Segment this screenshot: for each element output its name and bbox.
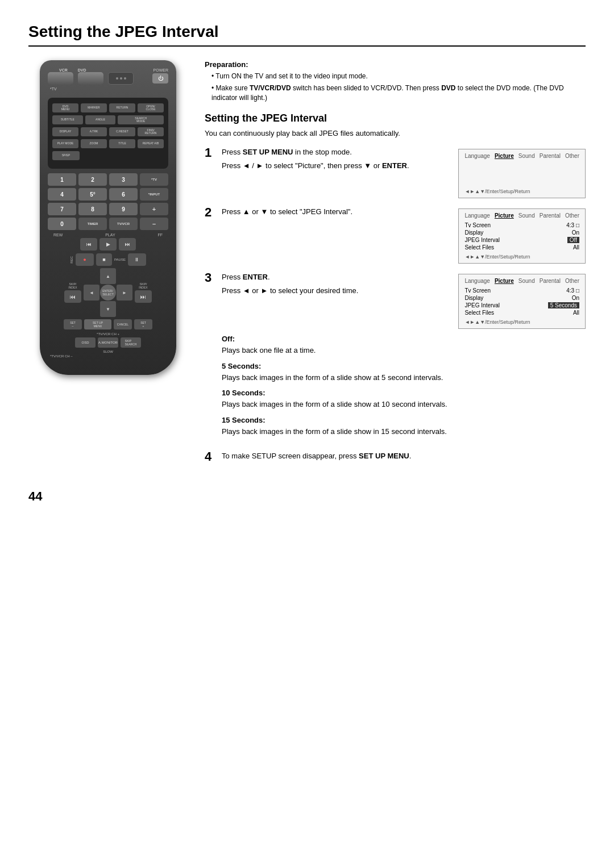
zoom-btn: ZOOM	[81, 139, 107, 148]
osd-row-jpeg-2: JPEG IntervalOff	[464, 237, 579, 243]
input-btn: *INPUT	[140, 188, 168, 201]
dpad-up: ▲	[100, 268, 116, 284]
osd-tabs-2: Language Picture Sound Parental Other	[464, 212, 579, 219]
step-3-text1: Press ENTER.	[222, 272, 449, 283]
osd-tabs-3: Language Picture Sound Parental Other	[464, 278, 579, 284]
remote-vcr-dvd-labels: VCR DVD	[48, 68, 134, 72]
skip-search-btn: SKIPSEARCH	[121, 337, 141, 348]
vcr-btn	[48, 72, 73, 85]
num-5: 5°	[78, 188, 107, 201]
step-4-content: To make SETUP screen disappear, press SE…	[222, 450, 586, 464]
title-btn: TITLE	[109, 139, 135, 148]
stop-btn: ■	[96, 253, 112, 266]
step-3-content: Press ENTER. Press ◄ or ► to select your…	[222, 272, 586, 443]
timer-btn: TIMER	[78, 218, 107, 230]
instructions-area: Preparation: Turn ON the TV and set it t…	[205, 60, 586, 472]
tv-vcr-ch-label: *TV/VCR CH +	[48, 332, 168, 336]
skip-left-btn: ⏮	[64, 290, 81, 303]
find-return-btn: FIND/RETURN	[138, 127, 164, 136]
left-skip-area: SKIP/INDEX ⏮	[64, 282, 81, 303]
power-label: POWER	[152, 68, 168, 72]
osd-row-tv-screen-3: Tv Screen4:3 □	[464, 287, 579, 294]
prep-item-2: Make sure TV/VCR/DVD switch has been sli…	[211, 84, 586, 103]
dvd-menu-btn: DVDMENU	[52, 103, 78, 112]
step-3-text2: Press ◄ or ► to select your desired time…	[222, 285, 449, 297]
prep-title: Preparation:	[205, 60, 586, 69]
page-number: 44	[28, 489, 586, 504]
remote: VCR DVD *TV POWER ⏻	[40, 60, 176, 375]
remote-button-area: DVDMENU MARKER RETURN OPEN/CLOSE SUBTITL…	[48, 98, 168, 169]
osd-row-files-2: Select FilesAll	[464, 244, 579, 251]
cancel-btn: CANCEL	[114, 319, 132, 329]
ff-btn: ⏭	[119, 238, 136, 251]
off-text: Plays back one file at a time.	[222, 345, 586, 356]
num-9: 9	[109, 203, 138, 215]
off-label: Off:	[222, 335, 586, 343]
tab-other-3: Other	[565, 278, 579, 284]
vcr-label: VCR	[59, 68, 68, 72]
step-1-with-screen: Press SET UP MENU in the stop mode. Pres…	[222, 147, 586, 198]
sub-sections: Off: Plays back one file at a time. 5 Se…	[222, 335, 586, 437]
tab-language-2: Language	[464, 212, 490, 219]
display-btn: DISPLAY	[52, 127, 78, 136]
preparation-box: Preparation: Turn ON the TV and set it t…	[205, 60, 586, 102]
rew-btn: ⏮	[80, 238, 97, 251]
tab-language-1: Language	[464, 153, 490, 159]
ten-label: 10 Seconds:	[222, 389, 586, 397]
tv-label: *TV	[48, 87, 134, 91]
tab-sound-3: Sound	[518, 278, 535, 284]
osd-nav-3: ◄►▲▼/Enter/Setup/Return	[464, 319, 579, 325]
step-4-text: To make SETUP screen disappear, press SE…	[222, 450, 586, 462]
dpad: ▲ ◄ ENTER/SELECT ► ▼	[84, 268, 132, 317]
num-8: 8	[78, 203, 107, 215]
power-btn: ⏻	[152, 73, 168, 84]
number-grid: 1 2 3 *TV 4 5° 6 *INPUT 7 8 9 + 0 TIMER …	[48, 173, 168, 230]
dots-btn	[108, 72, 134, 85]
step-4: 4 To make SETUP screen disappear, press …	[205, 450, 586, 464]
step-1-content: Press SET UP MENU in the stop mode. Pres…	[222, 147, 586, 198]
step-3-with-screen: Press ENTER. Press ◄ or ► to select your…	[222, 272, 586, 329]
dpad-left: ◄	[84, 285, 99, 301]
a-monitor-btn: A.MONITOR	[98, 337, 118, 348]
tab-parental-3: Parental	[540, 278, 561, 284]
num-7: 7	[48, 203, 76, 215]
setup-menu-btn: SET UPMENU	[84, 319, 111, 329]
tv-vcr-ch-minus-label: *TV/VCR CH –	[48, 354, 168, 358]
remote-top-buttons	[48, 72, 134, 85]
set-minus-btn: SET–	[64, 319, 82, 329]
repeat-ab-btn: REPEAT A/B	[138, 139, 164, 148]
plus-btn: +	[140, 203, 168, 215]
subtitle-btn: SUBTITLE	[52, 115, 83, 124]
tab-parental-2: Parental	[540, 212, 561, 219]
num-4: 4	[48, 188, 76, 201]
osd-screen-3: Language Picture Sound Parental Other Tv…	[458, 274, 586, 329]
bottom-row: OSD A.MONITOR SKIPSEARCH	[48, 337, 168, 348]
num-2: 2	[78, 173, 107, 186]
marker-btn: MARKER	[81, 103, 107, 112]
osd-row-files-3: Select FilesAll	[464, 310, 579, 316]
transport-row: ⏮ ▶ ⏭	[48, 238, 168, 251]
prep-item-1: Turn ON the TV and set it to the video i…	[211, 72, 586, 81]
five-label: 5 Seconds:	[222, 362, 586, 370]
num-6: 6	[109, 188, 138, 201]
step-1-text1: Press SET UP MENU in the stop mode.	[222, 147, 449, 158]
tab-picture-1: Picture	[495, 153, 514, 159]
step-2-num: 2	[205, 206, 216, 219]
step-3-text-col: Press ENTER. Press ◄ or ► to select your…	[222, 272, 449, 298]
fifteen-text: Plays back images in the form of a slide…	[222, 426, 586, 437]
osd-row-tv-screen-2: Tv Screen4:3 □	[464, 222, 579, 228]
step-1-text-col: Press SET UP MENU in the stop mode. Pres…	[222, 147, 449, 173]
tab-language-3: Language	[464, 278, 490, 284]
page-title: Setting the JPEG Interval	[28, 23, 586, 47]
osd-screen-1: Language Picture Sound Parental Other ◄►…	[458, 149, 586, 198]
section-title: Setting the JPEG Interval	[205, 112, 586, 124]
jpeg-val-3: 5 Seconds	[548, 302, 579, 308]
set-row: SET– SET UPMENU CANCEL SET+	[48, 319, 168, 329]
fifteen-label: 15 Seconds:	[222, 416, 586, 424]
num-3: 3	[109, 173, 138, 186]
set-plus-btn: SET+	[134, 319, 152, 329]
c-reset-btn: C.RESET	[109, 127, 135, 136]
osd-screen-2: Language Picture Sound Parental Other Tv…	[458, 208, 586, 264]
step-2-text: Press ▲ or ▼ to select "JPEG Interval".	[222, 206, 449, 218]
rec-btn: ●	[76, 253, 94, 266]
